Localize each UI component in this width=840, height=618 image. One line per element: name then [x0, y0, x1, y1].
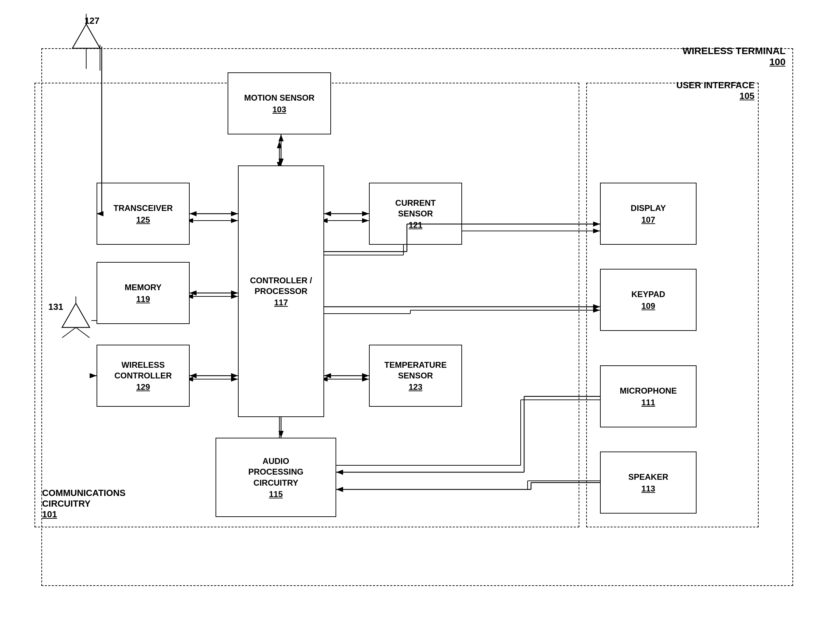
microphone-number: 111	[641, 398, 655, 407]
wireless-terminal-title: WIRELESS TERMINAL	[682, 46, 785, 56]
motion-sensor-title: MOTION SENSOR	[244, 92, 314, 103]
display-number: 107	[641, 215, 655, 225]
antenna-127-label: 127	[85, 15, 99, 26]
memory-box: MEMORY 119	[97, 262, 190, 324]
antenna-131-label: 131	[48, 302, 63, 312]
transceiver-title: TRANSCEIVER	[113, 203, 173, 213]
keypad-number: 109	[641, 301, 655, 311]
temperature-sensor-box: TEMPERATURESENSOR 123	[369, 345, 462, 407]
speaker-box: SPEAKER 113	[600, 452, 697, 514]
controller-number: 117	[274, 298, 288, 308]
audio-processing-box: AUDIOPROCESSINGCIRCUITRY 115	[216, 438, 336, 517]
speaker-title: SPEAKER	[628, 471, 668, 482]
wireless-controller-box: WIRELESSCONTROLLER 129	[97, 345, 190, 407]
current-sensor-title: CURRENTSENSOR	[395, 198, 436, 219]
ui-title: USER INTERFACE	[676, 80, 754, 90]
svg-line-31	[62, 327, 76, 338]
wireless-controller-title: WIRELESSCONTROLLER	[114, 360, 172, 381]
motion-sensor-number: 103	[272, 105, 286, 114]
audio-processing-number: 115	[269, 489, 283, 499]
microphone-box: MICROPHONE 111	[600, 365, 697, 427]
comms-title: COMMUNICATIONSCIRCUITRY	[42, 488, 125, 509]
comms-number: 101	[42, 509, 57, 519]
current-sensor-number: 121	[409, 220, 422, 230]
controller-box: CONTROLLER /PROCESSOR 117	[238, 165, 324, 417]
svg-marker-25	[73, 24, 100, 48]
current-sensor-box: CURRENTSENSOR 121	[369, 183, 462, 245]
keypad-box: KEYPAD 109	[600, 269, 697, 331]
microphone-title: MICROPHONE	[620, 385, 676, 396]
svg-line-30	[76, 327, 90, 338]
speaker-number: 113	[641, 484, 655, 493]
svg-marker-28	[62, 303, 90, 327]
temperature-sensor-number: 123	[409, 382, 422, 392]
display-box: DISPLAY 107	[600, 183, 697, 245]
wireless-controller-number: 129	[136, 382, 150, 392]
keypad-title: KEYPAD	[631, 289, 665, 300]
ui-number: 105	[676, 91, 754, 101]
comms-circuitry-label: COMMUNICATIONSCIRCUITRY 101	[42, 488, 125, 520]
audio-processing-title: AUDIOPROCESSINGCIRCUITRY	[248, 456, 303, 488]
wireless-terminal-number: 100	[682, 56, 785, 68]
wireless-terminal-label: WIRELESS TERMINAL 100	[682, 46, 785, 68]
temperature-sensor-title: TEMPERATURESENSOR	[385, 360, 447, 381]
user-interface-label: USER INTERFACE 105	[676, 80, 754, 101]
display-title: DISPLAY	[631, 203, 666, 213]
transceiver-box: TRANSCEIVER 125	[97, 183, 190, 245]
memory-number: 119	[136, 294, 150, 304]
motion-sensor-box: MOTION SENSOR 103	[227, 72, 331, 134]
memory-title: MEMORY	[125, 282, 161, 293]
controller-title: CONTROLLER /PROCESSOR	[250, 275, 312, 296]
transceiver-number: 125	[136, 215, 150, 225]
